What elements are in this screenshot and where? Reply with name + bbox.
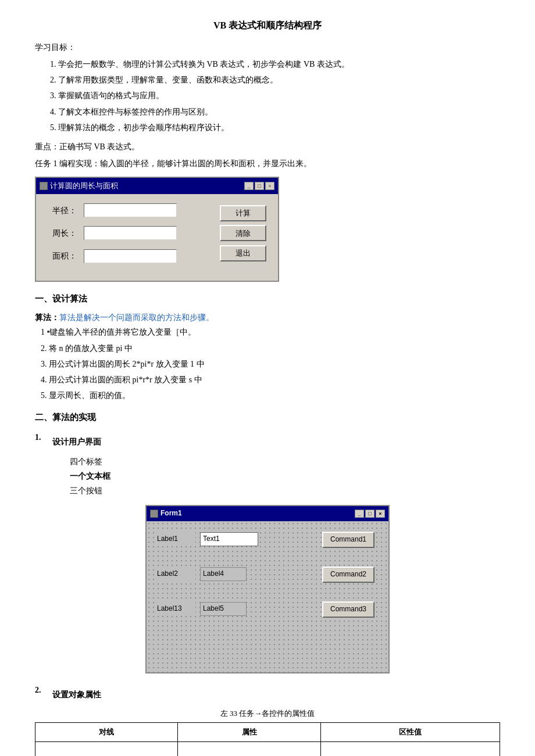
section2-heading: 二、算法的实现: [35, 410, 500, 425]
goal-2: 了解常用数据类型，理解常量、变量、函数和表达式的概念。: [58, 73, 500, 87]
form1-title: Form1: [160, 507, 182, 520]
vb-titlebar-controls[interactable]: _ □ ×: [244, 182, 274, 190]
form1-row1: Label1 Text1: [155, 532, 258, 547]
vb-calc-btn[interactable]: 计算: [220, 205, 266, 221]
form1-command2-btn[interactable]: Command2: [322, 567, 374, 583]
subsection1-num: 1.: [35, 430, 47, 452]
form1-command1-btn[interactable]: Command1: [322, 532, 374, 548]
subsection2-title: 设置对象属性: [52, 687, 101, 702]
step-list: 1 •键盘输入半径的值并将它放入变量［中。 2. 将 n 的值放入变量 pi 中…: [41, 325, 500, 403]
form1-body: Label1 Text1 Label2 Label4 Label13 Label…: [147, 521, 388, 672]
form1-text1[interactable]: Text1: [200, 532, 258, 546]
form1-maximize-btn[interactable]: □: [365, 510, 374, 518]
form1-label4: Label4: [200, 567, 247, 581]
subsection1-title: 设计用户界面: [52, 435, 101, 449]
learning-goals-label: 学习目标：: [35, 40, 500, 55]
vb-titlebar-left: 计算圆的周长与面积: [40, 179, 118, 192]
form1-close-btn[interactable]: ×: [376, 510, 385, 518]
vb-window-1: 计算圆的周长与面积 _ □ × 半径： 周长： 面积：: [35, 177, 279, 282]
vb-app-icon: [40, 182, 48, 190]
subsection2-num: 2.: [35, 683, 47, 704]
vb-input-radius[interactable]: [84, 203, 177, 217]
algorithm-def: 算法是解决一个问题而采取的方法和步骤。: [59, 313, 214, 322]
form1-label5: Label5: [200, 602, 247, 616]
vb-area-row: 面积：: [48, 249, 208, 263]
close-btn[interactable]: ×: [265, 182, 274, 190]
ui-item-2: 一个文本框: [70, 469, 500, 483]
table-cell-empty1: [35, 741, 178, 756]
learning-goals-list: 学会把一般数学、物理的计算公式转换为 VB 表达式，初步学会构建 VB 表达式。…: [58, 57, 500, 135]
vb-titlebar-1: 计算圆的周长与面积 _ □ ×: [36, 178, 278, 194]
key-point: 重点：正确书写 VB 表达式。: [35, 139, 500, 154]
vb-exit-btn[interactable]: 退出: [220, 245, 266, 261]
vb-rows: 半径： 周长： 面积： 计算 清除 退出: [48, 203, 266, 272]
form1-titlebar-left: Form1: [150, 507, 182, 520]
step-5: 5. 显示周长、面积的值。: [41, 388, 500, 403]
table-caption: 左 33 任务→各控件的属性值: [35, 707, 500, 720]
vb-label-radius: 半径：: [48, 203, 77, 218]
table-cell-empty3: [320, 741, 500, 756]
step-2: 2. 将 n 的值放入变量 pi 中: [41, 341, 500, 356]
step-3: 3. 用公式计算出圆的周长 2*pi*r 放入变量 1 中: [41, 357, 500, 371]
vb-label-perimeter: 周长：: [48, 226, 77, 241]
form1-titlebar: Form1 _ □ ×: [147, 506, 388, 521]
vb-radius-row: 半径：: [48, 203, 208, 218]
minimize-btn[interactable]: _: [244, 182, 254, 190]
ui-item-1: 四个标签: [70, 454, 500, 469]
attr-table: 对线 属性 区性值: [35, 722, 500, 756]
ui-items-list: 四个标签 一个文本框 三个按钮: [70, 454, 500, 499]
vb-window1-title: 计算圆的周长与面积: [50, 179, 118, 192]
vb-body-1: 半径： 周长： 面积： 计算 清除 退出: [36, 194, 278, 281]
goal-1: 学会把一般数学、物理的计算公式转换为 VB 表达式，初步学会构建 VB 表达式。: [58, 57, 500, 71]
step-1: 1 •键盘输入半径的值并将它放入变量［中。: [41, 325, 500, 339]
section1-heading: 一、设计算法: [35, 291, 500, 307]
table-cell-empty2: [178, 741, 320, 756]
form1-command3-btn[interactable]: Command3: [322, 601, 374, 618]
vb-right-col: 计算 清除 退出: [208, 203, 266, 272]
vb-input-perimeter[interactable]: [84, 226, 177, 240]
goal-5: 理解算法的概念，初步学会顺序结构程序设计。: [58, 120, 500, 135]
goal-3: 掌握赋值语句的格式与应用。: [58, 88, 500, 103]
form1-label13: Label13: [155, 601, 195, 617]
subsection2-header: 2. 设置对象属性: [35, 683, 500, 704]
algorithm-line: 算法：算法是解决一个问题而采取的方法和步骤。: [35, 310, 500, 325]
form1-container: Form1 _ □ × Label1 Text1 Label2 Label4 L…: [35, 505, 500, 673]
form1-row3: Label13 Label5: [155, 601, 247, 617]
form1-label1: Label1: [155, 532, 195, 547]
subsection1-header: 1. 设计用户界面: [35, 430, 500, 452]
form1-window: Form1 _ □ × Label1 Text1 Label2 Label4 L…: [145, 505, 390, 673]
goal-4: 了解文本框控件与标签控件的作用与区别。: [58, 105, 500, 119]
vb-left-col: 半径： 周长： 面积：: [48, 203, 208, 272]
vb-label-area: 面积：: [48, 249, 77, 263]
vb-input-area[interactable]: [84, 249, 177, 263]
step-4: 4. 用公式计算出圆的面积 pi*r*r 放入变量 s 中: [41, 372, 500, 387]
table-header-col1: 对线: [35, 723, 178, 741]
form1-app-icon: [150, 510, 158, 518]
page-title: VB 表达式和顺序结构程序: [35, 17, 500, 34]
vb-clear-btn[interactable]: 清除: [220, 225, 266, 241]
task-desc: 任务 1 编程实现：输入圆的半径，能够计算出圆的周长和面积，并显示出来。: [35, 156, 500, 171]
table-header-col3: 区性值: [320, 723, 500, 741]
form1-row2: Label2 Label4: [155, 567, 247, 582]
form1-titlebar-controls[interactable]: _ □ ×: [355, 510, 385, 518]
form1-minimize-btn[interactable]: _: [355, 510, 364, 518]
table-row-empty: [35, 741, 500, 756]
vb-perimeter-row: 周长：: [48, 226, 208, 241]
maximize-btn[interactable]: □: [255, 182, 264, 190]
ui-item-3: 三个按钮: [70, 483, 500, 498]
table-header-row: 对线 属性 区性值: [35, 723, 500, 741]
table-header-col2: 属性: [178, 723, 320, 741]
form1-label2: Label2: [155, 567, 195, 582]
algorithm-label: 算法：: [35, 313, 59, 322]
